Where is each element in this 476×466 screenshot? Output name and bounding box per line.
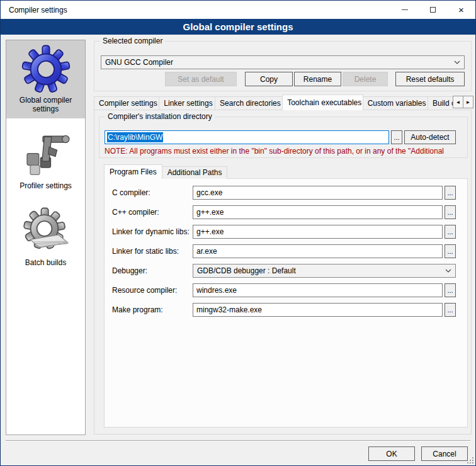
selected-compiler-value: GNU GCC Compiler bbox=[105, 58, 450, 67]
blue-gear-icon bbox=[21, 44, 71, 94]
static-linker-browse-button[interactable]: ... bbox=[445, 244, 456, 258]
static-linker-row: Linker for static libs: ... bbox=[112, 244, 456, 258]
window-controls: × bbox=[390, 1, 475, 19]
cpp-compiler-browse-button[interactable]: ... bbox=[445, 205, 456, 219]
set-as-default-button[interactable]: Set as default bbox=[165, 72, 237, 86]
sidebar-item-global-compiler-settings[interactable]: Global compiler settings bbox=[6, 40, 85, 118]
browse-directory-button[interactable]: ... bbox=[391, 130, 402, 144]
minimize-icon bbox=[402, 9, 408, 10]
dynamic-linker-row: Linker for dynamic libs: ... bbox=[112, 225, 456, 239]
tab-program-files[interactable]: Program Files bbox=[104, 164, 162, 179]
tab-search-directories[interactable]: Search directories bbox=[215, 96, 283, 110]
cpp-compiler-row: C++ compiler: ... bbox=[112, 205, 456, 219]
selected-compiler-group-label: Selected compiler bbox=[100, 37, 165, 45]
compiler-settings-dialog: Compiler settings × Global compiler sett… bbox=[0, 0, 476, 466]
c-compiler-browse-button[interactable]: ... bbox=[445, 186, 456, 200]
debugger-dropdown[interactable]: GDB/CDB debugger : Default bbox=[193, 264, 456, 278]
reset-defaults-button[interactable]: Reset defaults bbox=[395, 72, 465, 86]
sidebar-item-profiler-settings[interactable]: Profiler settings bbox=[6, 126, 85, 195]
tab-scroll-left-button[interactable]: ◄ bbox=[453, 96, 463, 108]
footer-separator bbox=[6, 440, 470, 441]
compiler-actions: Set as default Copy Rename Delete Reset … bbox=[165, 72, 465, 86]
ok-button[interactable]: OK bbox=[368, 446, 415, 461]
c-compiler-row: C compiler: ... bbox=[112, 186, 456, 200]
auto-detect-button[interactable]: Auto-detect bbox=[404, 130, 456, 144]
installation-directory-group: Compiler's installation directory C:\ray… bbox=[99, 116, 468, 158]
tab-additional-paths[interactable]: Additional Paths bbox=[162, 166, 228, 179]
installation-directory-value: C:\raylib\MinGW bbox=[107, 132, 163, 142]
tab-compiler-settings[interactable]: Compiler settings bbox=[94, 96, 159, 110]
dynamic-linker-label: Linker for dynamic libs: bbox=[112, 227, 193, 236]
maximize-button[interactable] bbox=[419, 1, 447, 19]
tab-custom-variables[interactable]: Custom variables bbox=[363, 96, 428, 110]
title-bar: Compiler settings × bbox=[1, 1, 475, 19]
sidebar-item-label: Batch builds bbox=[8, 258, 84, 267]
cpp-compiler-label: C++ compiler: bbox=[112, 208, 193, 217]
tab-scroll-buttons: ◄ ► bbox=[453, 96, 473, 108]
make-program-label: Make program: bbox=[112, 305, 193, 314]
c-compiler-label: C compiler: bbox=[112, 188, 193, 197]
installation-directory-input[interactable]: C:\raylib\MinGW bbox=[105, 130, 389, 144]
program-files-tab-strip: Program Files Additional Paths bbox=[104, 164, 227, 179]
rename-button[interactable]: Rename bbox=[294, 72, 341, 86]
dialog-buttons: OK Cancel bbox=[368, 446, 468, 461]
make-program-input[interactable] bbox=[193, 303, 443, 317]
close-button[interactable]: × bbox=[447, 1, 475, 19]
installation-directory-row: C:\raylib\MinGW ... Auto-detect bbox=[105, 130, 456, 144]
installation-directory-group-label: Compiler's installation directory bbox=[105, 112, 215, 121]
resource-compiler-row: Resource compiler: ... bbox=[112, 283, 456, 297]
tab-linker-settings[interactable]: Linker settings bbox=[159, 96, 215, 110]
settings-tab-strip: Compiler settings Linker settings Search… bbox=[94, 94, 453, 110]
resource-compiler-browse-button[interactable]: ... bbox=[445, 283, 456, 297]
toolchain-executables-page: Compiler's installation directory C:\ray… bbox=[94, 110, 472, 435]
resize-grip[interactable] bbox=[467, 457, 473, 463]
main-panel: Selected compiler GNU GCC Compiler Set a… bbox=[89, 35, 474, 466]
tab-scroll-right-button[interactable]: ► bbox=[463, 96, 473, 108]
dialog-banner: Global compiler settings bbox=[1, 19, 475, 35]
program-files-page: C compiler: ... C++ compiler: ... Linker… bbox=[104, 178, 468, 428]
make-program-browse-button[interactable]: ... bbox=[445, 303, 456, 317]
copy-button[interactable]: Copy bbox=[245, 72, 293, 86]
maximize-icon bbox=[430, 7, 436, 13]
bin-subdirectory-note: NOTE: All programs must exist either in … bbox=[105, 147, 466, 156]
cpp-compiler-input[interactable] bbox=[193, 205, 443, 219]
toolchain-fields: C compiler: ... C++ compiler: ... Linker… bbox=[105, 179, 467, 317]
delete-button[interactable]: Delete bbox=[343, 72, 388, 86]
debugger-label: Debugger: bbox=[112, 266, 193, 275]
static-linker-label: Linker for static libs: bbox=[112, 247, 193, 256]
caliper-blocks-icon bbox=[21, 130, 71, 180]
gray-gear-stack-icon bbox=[21, 207, 71, 257]
dynamic-linker-browse-button[interactable]: ... bbox=[445, 225, 456, 239]
sidebar-item-label: Global compiler settings bbox=[8, 96, 84, 113]
chevron-down-icon bbox=[454, 60, 460, 64]
static-linker-input[interactable] bbox=[193, 244, 443, 258]
resource-compiler-label: Resource compiler: bbox=[112, 286, 193, 295]
minimize-button[interactable] bbox=[390, 1, 419, 19]
debugger-row: Debugger: GDB/CDB debugger : Default bbox=[112, 264, 456, 278]
selected-compiler-group: Selected compiler GNU GCC Compiler Set a… bbox=[94, 41, 472, 91]
debugger-value: GDB/CDB debugger : Default bbox=[197, 266, 441, 275]
dynamic-linker-input[interactable] bbox=[193, 225, 443, 239]
close-icon: × bbox=[458, 5, 464, 14]
tab-build-options[interactable]: Build options bbox=[428, 96, 453, 110]
c-compiler-input[interactable] bbox=[193, 186, 443, 200]
tab-toolchain-executables[interactable]: Toolchain executables bbox=[282, 94, 363, 110]
sidebar-item-label: Profiler settings bbox=[8, 181, 84, 190]
settings-category-sidebar: Global compiler settings Profiler settin… bbox=[6, 40, 86, 435]
cancel-button[interactable]: Cancel bbox=[421, 446, 468, 461]
resource-compiler-input[interactable] bbox=[193, 283, 443, 297]
sidebar-item-batch-builds[interactable]: Batch builds bbox=[6, 203, 85, 272]
selected-compiler-dropdown[interactable]: GNU GCC Compiler bbox=[101, 55, 465, 69]
chevron-down-icon bbox=[445, 269, 451, 273]
window-title: Compiler settings bbox=[1, 6, 67, 14]
make-program-row: Make program: ... bbox=[112, 303, 456, 317]
